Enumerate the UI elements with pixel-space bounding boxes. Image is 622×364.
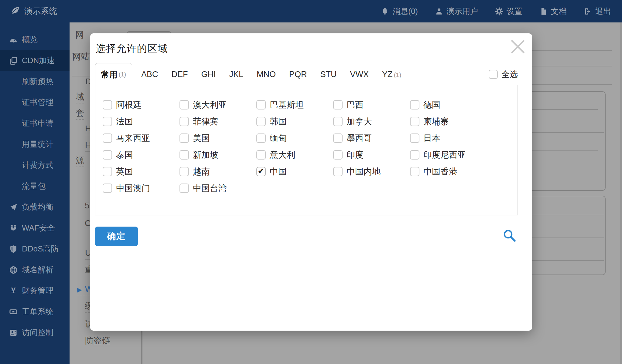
- region-option[interactable]: 新加坡: [179, 147, 256, 163]
- region-option[interactable]: 澳大利亚: [179, 96, 256, 113]
- region-option[interactable]: 法国: [103, 113, 179, 130]
- close-icon[interactable]: [509, 38, 527, 56]
- region-option[interactable]: 加拿大: [333, 113, 410, 130]
- checkbox-unchecked: [103, 184, 112, 193]
- tab-pqr[interactable]: PQR: [289, 70, 307, 79]
- nav-item[interactable]: 设置: [495, 6, 522, 17]
- modal-title: 选择允许的区域: [96, 42, 168, 56]
- yen-icon: ¥: [9, 287, 18, 295]
- region-option[interactable]: ✔中国: [256, 163, 333, 180]
- tab-ghi[interactable]: GHI: [201, 70, 216, 79]
- sidebar-item[interactable]: 负载均衡: [0, 197, 70, 217]
- region-label: 墨西哥: [347, 133, 372, 144]
- region-label: 巴西: [347, 99, 364, 111]
- region-option[interactable]: 巴西: [333, 96, 410, 113]
- region-label: 新加坡: [193, 149, 218, 161]
- region-option[interactable]: 缅甸: [256, 130, 333, 147]
- copy-icon: [9, 56, 18, 65]
- sidebar-item[interactable]: 域名解析: [0, 259, 70, 280]
- tab-label: PQR: [289, 70, 307, 79]
- select-all[interactable]: 全选: [489, 69, 518, 80]
- region-label: 印度尼西亚: [423, 149, 466, 161]
- tab-常用[interactable]: 常用(1): [95, 63, 132, 86]
- region-option[interactable]: 印度尼西亚: [410, 147, 487, 163]
- checkbox-unchecked: [179, 100, 189, 110]
- sidebar-item[interactable]: DDoS高防: [0, 238, 70, 259]
- sidebar-item[interactable]: 流量包: [0, 176, 70, 197]
- sidebar-item[interactable]: 计费方式: [0, 155, 70, 176]
- sidebar-item[interactable]: CDN加速: [0, 50, 70, 71]
- region-option[interactable]: 柬埔寨: [410, 113, 487, 130]
- tab-mno[interactable]: MNO: [257, 70, 276, 79]
- page-scrollbar[interactable]: [620, 22, 622, 364]
- tab-stu[interactable]: STU: [320, 70, 337, 79]
- region-option[interactable]: 巴基斯坦: [256, 96, 333, 113]
- checkbox-unchecked: [103, 117, 112, 126]
- checkbox-unchecked: [410, 100, 419, 110]
- nav-item-label: 退出: [595, 6, 611, 17]
- checkbox-unchecked: [333, 100, 343, 110]
- sidebar-item-label: 概览: [22, 34, 38, 45]
- background-text: 域: [76, 91, 84, 103]
- sidebar-item[interactable]: 证书管理: [0, 92, 70, 113]
- background-text: 源: [76, 155, 84, 167]
- app-screen: 网网站D域套HH源5CU重▶W缓访问鉴权防盗链 演示系统 消息(0)演示用户设置…: [0, 0, 622, 364]
- select-all-checkbox[interactable]: [489, 70, 498, 79]
- sidebar-item[interactable]: WAF安全: [0, 217, 70, 238]
- region-option[interactable]: 中国澳门: [103, 180, 179, 197]
- tab-vwx[interactable]: VWX: [350, 70, 369, 79]
- sidebar-item[interactable]: 用量统计: [0, 134, 70, 155]
- region-option[interactable]: 印度: [333, 147, 410, 163]
- tab-label: GHI: [201, 70, 216, 79]
- sidebar-item[interactable]: 概览: [0, 29, 70, 50]
- region-option[interactable]: 德国: [410, 96, 487, 113]
- region-label: 菲律宾: [193, 116, 218, 127]
- checkbox-unchecked: [333, 150, 343, 160]
- checkbox-unchecked: [333, 133, 343, 143]
- region-option[interactable]: 中国内地: [333, 163, 410, 180]
- checkbox-unchecked: [179, 184, 189, 193]
- checkbox-unchecked: [179, 150, 189, 160]
- region-option[interactable]: 越南: [179, 163, 256, 180]
- region-option[interactable]: 中国香港: [410, 163, 487, 180]
- tab-yz[interactable]: YZ(1): [382, 70, 401, 79]
- nav-item[interactable]: 消息(0): [381, 6, 418, 17]
- region-option[interactable]: 意大利: [256, 147, 333, 163]
- region-option[interactable]: 墨西哥: [333, 130, 410, 147]
- checkbox-unchecked: [410, 117, 419, 126]
- region-option[interactable]: 菲律宾: [179, 113, 256, 130]
- gear-icon: [495, 7, 503, 15]
- nav-item[interactable]: 退出: [584, 6, 611, 17]
- tab-abc[interactable]: ABC: [141, 70, 158, 79]
- confirm-button[interactable]: 确定: [95, 227, 138, 246]
- checkbox-unchecked: [256, 133, 266, 143]
- region-label: 印度: [347, 149, 364, 161]
- tab-jkl[interactable]: JKL: [229, 70, 244, 79]
- sidebar-item[interactable]: 访问控制: [0, 322, 70, 343]
- region-option[interactable]: 日本: [410, 130, 487, 147]
- nav-item-label: 演示用户: [446, 6, 478, 17]
- region-option[interactable]: 马来西亚: [103, 130, 179, 147]
- sidebar-item-label: 负载均衡: [22, 202, 53, 212]
- region-option[interactable]: 阿根廷: [103, 96, 179, 113]
- region-label: 中国台湾: [193, 183, 227, 194]
- brand[interactable]: 演示系统: [10, 0, 57, 22]
- region-label: 韩国: [270, 116, 287, 127]
- region-option[interactable]: 韩国: [256, 113, 333, 130]
- region-option[interactable]: 中国台湾: [179, 180, 256, 197]
- sidebar-item[interactable]: 证书申请: [0, 113, 70, 134]
- search-icon[interactable]: [503, 229, 517, 243]
- nav-item[interactable]: 文档: [539, 6, 567, 17]
- region-label: 法国: [116, 116, 133, 127]
- region-label: 越南: [193, 166, 210, 177]
- checkbox-unchecked: [410, 133, 419, 143]
- region-option[interactable]: 美国: [179, 130, 256, 147]
- region-option[interactable]: 英国: [103, 163, 179, 180]
- sidebar-item[interactable]: ¥财务管理: [0, 280, 70, 301]
- sidebar-item[interactable]: 工单系统: [0, 301, 70, 322]
- tab-def[interactable]: DEF: [172, 70, 188, 79]
- nav-item[interactable]: 演示用户: [435, 6, 478, 17]
- sidebar-item[interactable]: 刷新预热: [0, 71, 70, 92]
- region-option[interactable]: 泰国: [103, 147, 179, 163]
- checkbox-unchecked: [103, 150, 112, 160]
